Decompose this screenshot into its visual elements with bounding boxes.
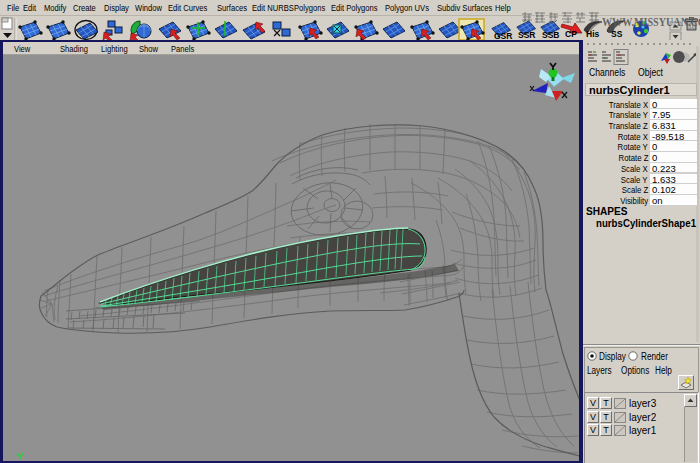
svg-text:SS: SS [611, 29, 623, 39]
svg-text:His: His [586, 29, 600, 39]
svg-text:CP: CP [565, 29, 577, 39]
svg-text:SSR: SSR [518, 30, 535, 40]
svg-text:SSB: SSB [542, 30, 559, 40]
